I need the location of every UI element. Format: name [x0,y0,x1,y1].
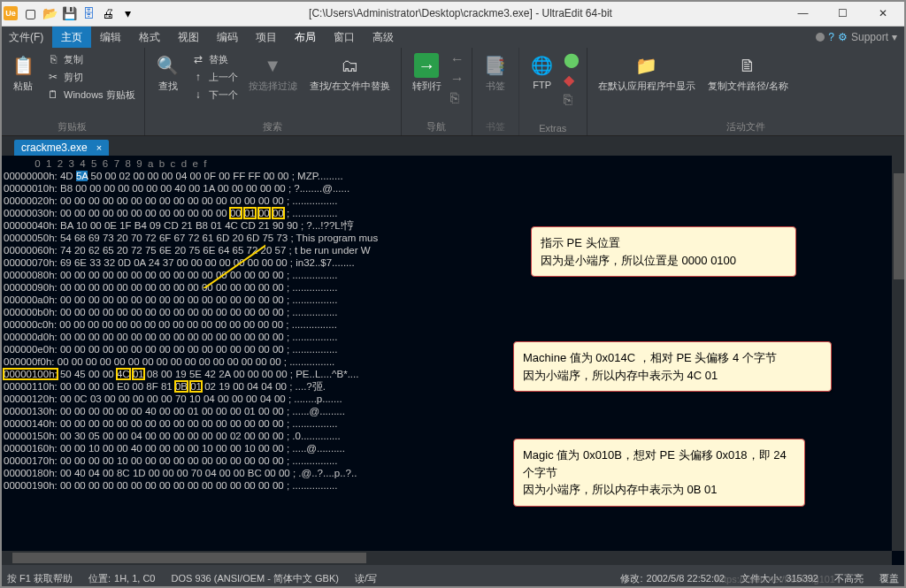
status-highlight[interactable]: 不高亮 [834,572,864,585]
goto-line-button[interactable]: →转到行 [409,51,445,95]
app-icon: Ue [4,6,18,20]
status-ovr[interactable]: 覆盖 [879,572,899,585]
support-link[interactable]: ? ⚙ Support ▾ [807,27,906,48]
save-icon[interactable]: 💾 [60,4,78,22]
menu-view[interactable]: 视图 [169,27,208,48]
group-label-activefile: 活动文件 [595,118,898,134]
win-clipboard-button[interactable]: 🗒Windows 剪贴板 [44,87,137,103]
window-title: [C:\Users\Administrator\Desktop\crackme3… [138,7,783,19]
prev-button[interactable]: ↑上一个 [189,69,240,85]
find-files-icon: 🗂 [337,53,362,78]
status-rw: 读/写 [355,572,377,585]
ribbon-group-clipboard: 📋粘贴 ⎘复制 ✂剪切 🗒Windows 剪贴板 剪贴板 [0,48,145,135]
show-in-explorer-button[interactable]: 📁在默认应用程序中显示 [595,51,699,95]
menu-encoding[interactable]: 编码 [208,27,247,48]
print-icon[interactable]: 🖨 [99,4,117,22]
ftp-button[interactable]: 🌐FTP [526,51,558,92]
open-file-icon[interactable]: 📂 [41,4,58,22]
group-label-extras: Extras [526,121,580,134]
menu-bar: 文件(F) 主页 编辑 格式 视图 编码 项目 布局 窗口 高级 ? ⚙ Sup… [0,27,906,48]
new-file-icon[interactable]: ▢ [21,4,39,22]
status-encoding[interactable]: DOS 936 (ANSI/OEM - 简体中文 GBK) [171,572,338,585]
group-label-clipboard: 剪贴板 [7,118,137,134]
up-arrow-icon: ↑ [191,70,205,84]
help-icon: ? [828,31,834,43]
filter-icon: ▼ [260,53,285,78]
bookmark-button[interactable]: 📑书签 [480,51,511,95]
ftp-icon: 🌐 [530,53,555,78]
find-in-files-button[interactable]: 🗂查找/在文件中替换 [306,51,394,95]
ribbon-group-nav: →转到行 ← → ⎘ 导航 [402,48,472,135]
callout-machine: Machine 值为 0x014C ，相对 PE 头偏移 4 个字节 因为小端序… [513,341,832,392]
cut-icon: ✂ [46,70,60,84]
menu-edit[interactable]: 编辑 [91,27,130,48]
menu-file[interactable]: 文件(F) [0,27,52,48]
ribbon-group-bookmark: 📑书签 书签 [472,48,519,135]
extras-1-icon[interactable]: ⬤ [564,51,580,68]
maximize-button[interactable]: ☐ [823,0,863,27]
clipboard-icon: 🗒 [46,88,60,102]
cut-button[interactable]: ✂剪切 [44,69,137,85]
extras-2-icon[interactable]: ◆ [564,72,580,88]
replace-icon: ⇄ [191,52,205,66]
status-position: 位置: 1H, 1, C0 [88,572,156,585]
menu-window[interactable]: 窗口 [325,27,364,48]
nav-back-icon[interactable]: ← [450,51,465,67]
title-bar: Ue ▢ 📂 💾 🗄 🖨 ▾ [C:\Users\Administrator\D… [0,0,906,27]
menu-layout[interactable]: 布局 [286,27,325,48]
callout-magic: Magic 值为 0x010B，想对 PE 头偏移 0x018，即 24 个字节… [513,439,805,507]
saveall-icon[interactable]: 🗄 [80,4,97,22]
copy-icon: ⎘ [46,52,60,66]
horizontal-scrollbar[interactable] [0,551,892,565]
group-label-bookmark: 书签 [480,118,511,134]
group-label-search: 搜索 [152,118,394,134]
paste-icon: 📋 [11,53,35,78]
file-tab-active[interactable]: crackme3.exe × [14,140,109,156]
status-dot-icon [816,33,825,42]
goto-icon: → [414,53,439,78]
paste-button[interactable]: 📋粘贴 [7,51,39,95]
tab-close-icon[interactable]: × [96,142,102,153]
menu-project[interactable]: 项目 [247,27,286,48]
vertical-scrollbar[interactable] [892,156,906,551]
hscroll-thumb[interactable] [12,553,366,563]
ribbon: 📋粘贴 ⎘复制 ✂剪切 🗒Windows 剪贴板 剪贴板 🔍查找 ⇄替换 ↑上一… [0,48,906,136]
group-label-nav: 导航 [409,118,465,134]
callout-pe-header: 指示 PE 头位置 因为是小端序，所以位置是 0000 0100 [531,226,796,277]
nav-anchor-icon[interactable]: ⎘ [450,90,465,106]
chevron-down-icon: ▾ [892,31,897,43]
bookmark-icon: 📑 [483,53,508,78]
copy-path-button[interactable]: 🗎复制文件路径/名称 [704,51,792,95]
settings-cog-icon: ⚙ [838,31,848,43]
copypath-icon: 🗎 [735,53,760,78]
copy-button[interactable]: ⎘复制 [44,51,137,67]
watermark: https://csdn.net/freeking101 [716,574,835,584]
vscroll-thumb[interactable] [894,173,904,279]
hex-editor[interactable]: 0 1 2 3 4 5 6 7 8 9 a b c d e f00000000h… [0,156,906,565]
ribbon-group-search: 🔍查找 ⇄替换 ↑上一个 ↓下一个 ▼按选择过滤 🗂查找/在文件中替换 搜索 [145,48,402,135]
down-arrow-icon: ↓ [191,88,205,102]
ribbon-group-extras: 🌐FTP ⬤ ◆ ⎘ Extras [519,48,587,135]
file-tabs: crackme3.exe × [0,136,906,156]
close-button[interactable]: ✕ [863,0,902,27]
ribbon-group-activefile: 📁在默认应用程序中显示 🗎复制文件路径/名称 活动文件 [587,48,906,135]
status-help: 按 F1 获取帮助 [7,572,73,585]
next-button[interactable]: ↓下一个 [189,87,240,103]
status-modified: 修改: 2002/5/8 22:52:02 [620,572,725,585]
explorer-icon: 📁 [634,53,659,78]
filter-select-button[interactable]: ▼按选择过滤 [245,51,301,95]
extras-3-icon[interactable]: ⎘ [564,92,580,108]
find-button[interactable]: 🔍查找 [152,51,184,95]
minimize-button[interactable]: — [783,0,823,27]
replace-button[interactable]: ⇄替换 [189,51,240,67]
file-tab-label: crackme3.exe [21,141,88,154]
menu-home[interactable]: 主页 [52,27,91,48]
search-icon: 🔍 [156,53,180,78]
qat-dropdown-icon[interactable]: ▾ [119,4,136,22]
menu-format[interactable]: 格式 [130,27,169,48]
menu-advanced[interactable]: 高级 [364,27,403,48]
nav-fwd-icon[interactable]: → [450,71,465,87]
